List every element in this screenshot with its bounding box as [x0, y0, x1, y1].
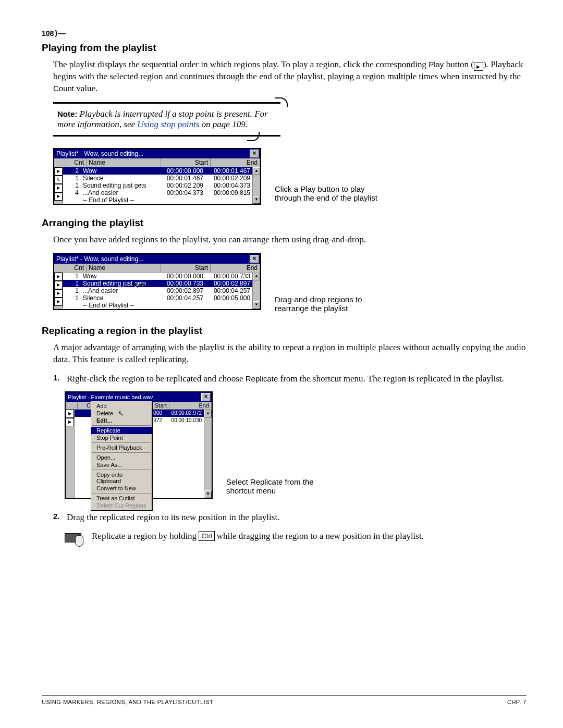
page-footer: USING MARKERS, REGIONS, AND THE PLAYLIST…: [42, 695, 527, 705]
table-row[interactable]: 1...And easier00:00:02.89700:00:04.257: [63, 287, 252, 294]
note-box: Note: Playback is interrupted if a stop …: [53, 102, 280, 137]
menu-item-add[interactable]: Add: [91, 402, 152, 410]
menu-item-pre-roll-playback[interactable]: Pre-Roll Playback: [91, 444, 152, 451]
play-row-icon[interactable]: [54, 298, 63, 306]
end-of-playlist-row: -- End of Playlist --: [63, 302, 252, 309]
menu-item-copy-onto-clipboard[interactable]: Copy onto Clipboard: [91, 471, 152, 485]
play-row-icon[interactable]: [54, 167, 63, 176]
table-row[interactable]: 1Sound editing just gets00:00:02.20900:0…: [63, 182, 252, 189]
tip-row: Replicate a region by holding Ctrl while…: [65, 531, 527, 546]
heading-arranging-playlist: Arranging the playlist: [42, 217, 527, 229]
page-number-ornament: ⟩—: [55, 29, 66, 38]
inline-play-label: Play: [429, 60, 444, 69]
close-icon[interactable]: ×: [201, 393, 211, 401]
window-title: Playlist* - Wow, sound editing...: [55, 150, 250, 157]
table-row[interactable]: 1Silence00:00:01.46700:00:02.209: [63, 175, 252, 182]
scroll-down-icon[interactable]: ▼: [253, 196, 260, 204]
para-playing-from-playlist: The playlist displays the sequential ord…: [53, 59, 527, 95]
play-row-icon[interactable]: [54, 273, 63, 281]
heading-playing-from-playlist: Playing from the playlist: [42, 42, 527, 54]
play-row-icon[interactable]: [66, 418, 74, 426]
scroll-down-icon[interactable]: ▼: [253, 301, 260, 309]
footer-right: CHP. 7: [507, 699, 527, 705]
playlist-window-2: Playlist* - Wow, sound editing... × Cnt …: [53, 253, 261, 310]
step-2: 2. Drag the replicated region to its new…: [53, 512, 527, 524]
table-row[interactable]: 1Wow00:00:00.00000:00:00.733: [63, 273, 252, 280]
close-icon[interactable]: ×: [250, 150, 259, 158]
table-row[interactable]: 1Silence00:00:04.25700:00:05.000: [63, 294, 252, 302]
icon-strip: [66, 410, 75, 498]
step-number: 2.: [53, 512, 63, 524]
note-label: Note:: [57, 109, 77, 118]
close-icon[interactable]: ×: [250, 255, 259, 263]
inline-count-label: Count: [53, 84, 74, 93]
step-1: 1. Right-click the region to be replicat…: [53, 373, 527, 385]
keyboard-mouse-icon: [65, 531, 82, 546]
end-of-playlist-row: -- End of Playlist --: [63, 196, 252, 204]
play-icon: ▶: [474, 63, 483, 71]
table-row[interactable]: 1Sound editing just gets00:00:00.73300:0…: [63, 280, 252, 287]
menu-item-stop-point[interactable]: Stop Point: [91, 434, 152, 441]
menu-item-delete[interactable]: Delete: [91, 410, 152, 417]
menu-item-open[interactable]: Open...: [91, 454, 152, 461]
icon-strip: [54, 273, 63, 309]
play-row-icon[interactable]: [54, 281, 63, 289]
note-link-using-stop-points[interactable]: Using stop points: [137, 119, 199, 129]
step-number: 1.: [53, 373, 63, 385]
column-headers: Cnt Name Start End: [54, 264, 260, 273]
scroll-up-icon[interactable]: ▲: [253, 167, 260, 175]
playlist-window-3: Playlist - Example music bed.wav × Cnt N…: [65, 391, 213, 499]
para-arranging-playlist: Once you have added regions to the playl…: [53, 234, 527, 246]
table-row[interactable]: 2Wow00:00:00.00000:00:01.467: [63, 167, 252, 175]
scroll-up-icon[interactable]: ▲: [253, 273, 260, 280]
play-row-icon[interactable]: [66, 410, 74, 418]
scrollbar[interactable]: ▲ ▼: [252, 273, 260, 309]
ctrl-keycap: Ctrl: [199, 531, 214, 541]
column-headers: Cnt Name Start End: [54, 158, 260, 167]
scroll-up-icon[interactable]: ▲: [204, 410, 212, 417]
heading-replicating-region: Replicating a region in the playlist: [42, 325, 527, 337]
context-menu[interactable]: AddDeleteEdit...ReplicateStop PointPre-R…: [91, 401, 152, 511]
play-row-icon[interactable]: [54, 289, 63, 298]
window-title: Playlist - Example music bed.wav: [67, 394, 201, 400]
icon-strip: [54, 167, 63, 204]
scroll-down-icon[interactable]: ▼: [204, 490, 212, 498]
inline-replicate-label: Replicate: [246, 374, 278, 383]
menu-item-replicate[interactable]: Replicate: [91, 427, 152, 434]
menu-item-save-as[interactable]: Save As...: [91, 461, 152, 468]
footer-left: USING MARKERS, REGIONS, AND THE PLAYLIST…: [42, 699, 213, 705]
figure-caption: Click a Play button to play through the …: [275, 184, 379, 202]
menu-item-treat-as-cutlist[interactable]: Treat as Cutlist: [91, 495, 152, 502]
scrollbar[interactable]: ▲ ▼: [204, 410, 212, 498]
edit-row-icon[interactable]: [54, 176, 63, 184]
table-row[interactable]: 4...And easier00:00:04.37300:00:09.815: [63, 189, 252, 196]
play-row-icon[interactable]: [54, 192, 63, 201]
figure-caption: Select Replicate from the shortcut menu: [226, 477, 331, 495]
menu-item-delete-cut-regions: Delete Cut Regions: [91, 502, 152, 509]
menu-item-convert-to-new[interactable]: Convert to New: [91, 485, 152, 492]
play-row-icon[interactable]: [54, 184, 63, 192]
figure-caption: Drag-and-drop regions to rearrange the p…: [275, 295, 379, 313]
playlist-window-1: Playlist* - Wow, sound editing... × Cnt …: [53, 148, 261, 205]
window-title: Playlist* - Wow, sound editing...: [55, 255, 250, 263]
para-replicating-region: A major advantage of arranging with the …: [53, 342, 527, 366]
page-number-bar: 108 ⟩—: [42, 29, 527, 38]
menu-item-edit[interactable]: Edit...: [91, 417, 152, 424]
page-number: 108: [42, 29, 54, 38]
scrollbar[interactable]: ▲ ▼: [252, 167, 260, 204]
